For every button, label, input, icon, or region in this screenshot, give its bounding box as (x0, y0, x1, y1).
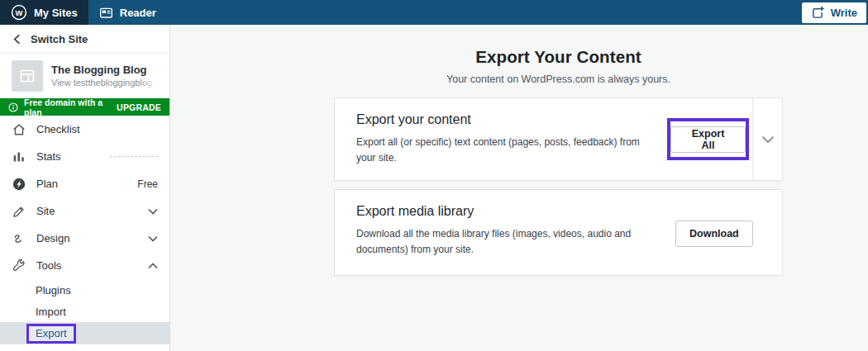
site-title: The Blogging Blog (51, 64, 158, 77)
sidebar-subitem-label: Plugins (36, 284, 71, 296)
sidebar-item-label: Site (36, 205, 55, 217)
sidebar-item-tools[interactable]: Tools (0, 252, 169, 279)
chevron-down-icon (148, 235, 158, 242)
sidebar-item-label: Plan (36, 178, 58, 190)
page-subtitle: Your content on WordPress.com is always … (334, 74, 783, 85)
current-site-selector[interactable]: The Blogging Blog View testthebloggingbl… (0, 54, 169, 98)
page-title: Export Your Content (334, 47, 783, 67)
sidebar-item-label: Checklist (36, 123, 80, 135)
reader-button[interactable]: Reader (88, 0, 167, 25)
sidebar-item-label: Stats (36, 150, 61, 163)
export-media-card: Export media library Download all the me… (334, 189, 783, 276)
sidebar-item-stats[interactable]: Stats (0, 143, 169, 170)
info-icon (8, 102, 18, 112)
upgrade-link[interactable]: UPGRADE (117, 102, 161, 112)
switch-site-button[interactable]: Switch Site (0, 25, 169, 54)
sidebar-item-import[interactable]: Import (0, 301, 169, 322)
card-expander[interactable] (752, 98, 782, 180)
sidebar-item-label: Tools (36, 259, 61, 272)
highlight-annotation: Export (26, 324, 76, 344)
write-label: Write (831, 7, 857, 19)
wrench-icon (12, 259, 26, 273)
sidebar-item-checklist[interactable]: Checklist (0, 116, 169, 143)
download-button[interactable]: Download (675, 221, 753, 247)
banner-text: Free domain with a plan (24, 97, 111, 117)
sidebar-item-plugins[interactable]: Plugins (0, 279, 169, 301)
reader-label: Reader (120, 7, 156, 19)
my-sites-button[interactable]: W My Sites (0, 0, 88, 25)
plan-badge: Free (137, 178, 158, 190)
sidebar-subitem-label: Import (36, 306, 66, 318)
highlight-annotation: Export All (667, 118, 749, 160)
sidebar-item-label: Design (36, 232, 69, 244)
back-chevron-icon (12, 34, 21, 45)
switch-site-label: Switch Site (31, 33, 88, 45)
sidebar-item-site[interactable]: Site (0, 197, 169, 225)
stats-sparkline-placeholder (110, 156, 158, 157)
chevron-down-icon (148, 208, 158, 215)
export-all-button[interactable]: Export All (670, 126, 746, 153)
plan-icon (12, 177, 26, 192)
top-bar: W My Sites Reader Write (0, 0, 868, 25)
wordpress-logo-icon: W (11, 4, 27, 21)
chevron-down-icon (761, 135, 775, 144)
export-content-card: Export your content Export all (or speci… (334, 97, 783, 181)
card-heading: Export media library (356, 204, 782, 219)
site-thumbnail-icon (12, 60, 43, 92)
write-button[interactable]: Write (802, 2, 866, 23)
my-sites-label: My Sites (34, 7, 78, 19)
compose-icon (811, 6, 825, 20)
chevron-up-icon (148, 263, 158, 269)
stats-icon (12, 149, 26, 164)
svg-text:W: W (16, 8, 23, 17)
sidebar-item-design[interactable]: Design (0, 225, 169, 252)
sidebar: Switch Site The Blogging Blog View testt… (0, 25, 170, 351)
pencil-icon (12, 204, 26, 219)
sidebar-item-export[interactable]: Export (0, 322, 169, 344)
sidebar-item-plan[interactable]: Plan Free (0, 170, 169, 197)
sidebar-subitem-label: Export (36, 327, 67, 339)
main-content: Export Your Content Your content on Word… (170, 25, 868, 351)
home-icon (12, 122, 26, 137)
upsell-banner[interactable]: Free domain with a plan UPGRADE (0, 98, 169, 116)
scribble-icon (12, 231, 26, 246)
site-url: View testthebloggingblog.wordpress (51, 77, 158, 88)
reader-icon (99, 6, 113, 20)
